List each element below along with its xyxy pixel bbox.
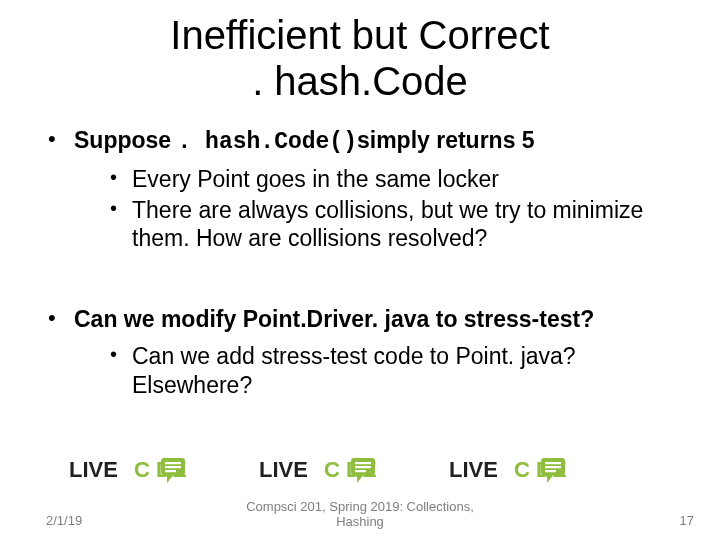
svg-rect-12 — [545, 462, 561, 464]
bullet-2-text: Can we modify Point.Driver. java to stre… — [74, 306, 594, 332]
logo-live-text: LIVE — [69, 457, 118, 482]
bullet-2-sub-1: Can we add stress-test code to Point. ja… — [110, 342, 690, 400]
title-line-2: . hash.Code — [252, 59, 468, 103]
title-line-1: Inefficient but Correct — [170, 13, 549, 57]
logo-live-text: LIVE — [449, 457, 498, 482]
svg-rect-14 — [545, 470, 556, 472]
slide-body: Suppose . hash.Code()simply returns 5 Ev… — [0, 126, 720, 399]
bullet-1-sub-2: There are always collisions, but we try … — [110, 196, 690, 254]
bullet-2: Can we modify Point.Driver. java to stre… — [48, 305, 690, 399]
svg-rect-9 — [355, 470, 366, 472]
bullet-1-code: . hash.Code() — [178, 129, 357, 155]
footer-page-number: 17 — [680, 513, 694, 528]
bullet-1-sub-1: Every Point goes in the same locker — [110, 165, 690, 194]
bullet-1-prefix: Suppose — [74, 127, 178, 153]
footer-course: Compsci 201, Spring 2019: Collections,Ha… — [0, 500, 720, 530]
slide-title: Inefficient but Correct . hash.Code — [0, 0, 720, 126]
livecode-logo: LIVE C DE — [256, 454, 440, 484]
svg-rect-3 — [165, 466, 181, 468]
bullet-1: Suppose . hash.Code()simply returns 5 Ev… — [48, 126, 690, 253]
svg-rect-13 — [545, 466, 561, 468]
livecode-logo: LIVE C DE — [446, 454, 630, 484]
svg-rect-4 — [165, 470, 176, 472]
svg-rect-2 — [165, 462, 181, 464]
svg-rect-8 — [355, 466, 371, 468]
logo-row: LIVE C DE LIVE C DE LIVE C DE — [66, 454, 630, 484]
logo-live-text: LIVE — [259, 457, 308, 482]
livecode-logo: LIVE C DE — [66, 454, 250, 484]
bullet-1-suffix: simply returns 5 — [357, 127, 535, 153]
svg-rect-7 — [355, 462, 371, 464]
